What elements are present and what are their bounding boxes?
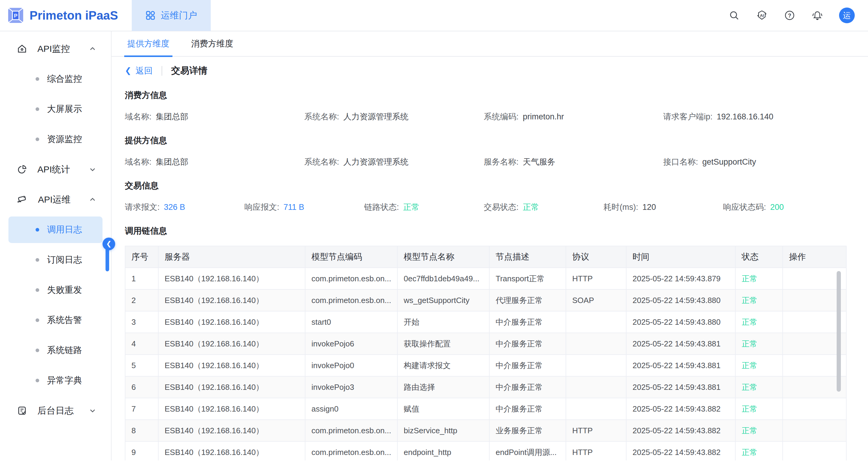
table-row: 8ESB140（192.168.16.140）com.primeton.esb.… <box>125 420 846 441</box>
col-index: 6 <box>125 376 158 398</box>
provider-info-fields: 域名称: 集团总部 系统名称: 人力资源管理系统 服务名称: 天气服务 接口名称… <box>125 156 843 167</box>
col-header-node-name: 模型节点名称 <box>397 246 489 268</box>
col-protocol <box>566 355 626 376</box>
pie-chart-icon <box>17 164 27 175</box>
col-node-name: 0ec7ffdb1deb49a49... <box>397 268 489 289</box>
col-time: 2025-05-22 14:59:43.882 <box>626 420 735 441</box>
col-protocol <box>566 311 626 333</box>
sidebar-item-call-log[interactable]: 调用日志 <box>8 216 102 243</box>
svg-text:?: ? <box>788 13 792 19</box>
search-icon[interactable] <box>728 9 740 22</box>
brand-name: Primeton iPaaS <box>30 9 118 22</box>
col-index: 4 <box>125 333 158 355</box>
dimension-tabs: 提供方维度 消费方维度 <box>112 31 868 57</box>
sidebar-item-label: 调用日志 <box>47 224 82 236</box>
sidebar-item-label: 大屏展示 <box>47 103 82 115</box>
ai-assistant-icon[interactable]: AI <box>756 9 768 22</box>
sidebar-item-system-link[interactable]: 系统链路 <box>0 335 111 365</box>
apps-grid-icon <box>146 10 155 20</box>
sidebar-scrollbar-thumb[interactable] <box>105 247 109 271</box>
help-icon[interactable]: ? <box>783 9 796 22</box>
col-status: 正常 <box>735 333 783 355</box>
col-action <box>783 420 846 441</box>
sidebar-item-system-alert[interactable]: 系统告警 <box>0 305 111 335</box>
monitor-camera-icon <box>17 194 28 205</box>
section-title-transaction-info: 交易信息 <box>125 180 843 191</box>
table-row: 1ESB140（192.168.16.140）com.primeton.esb.… <box>125 268 846 289</box>
response-message-link[interactable]: 711 B <box>283 203 304 212</box>
col-protocol: HTTP <box>566 441 626 460</box>
sidebar-group-api-ops[interactable]: API运维 <box>0 185 111 215</box>
col-index: 7 <box>125 398 158 420</box>
sidebar-group-backend-log[interactable]: 后台日志 <box>0 396 111 426</box>
chevron-up-icon <box>89 196 96 204</box>
field-system-code: 系统编码: primeton.hr <box>484 111 663 122</box>
field-domain-name: 域名称: 集团总部 <box>125 156 304 167</box>
col-protocol <box>566 333 626 355</box>
col-protocol <box>566 376 626 398</box>
table-row: 3ESB140（192.168.16.140）start0开始中介服务正常202… <box>125 311 846 333</box>
col-server: ESB140（192.168.16.140） <box>158 289 305 311</box>
sidebar-item-resource-monitor[interactable]: 资源监控 <box>0 124 111 154</box>
sidebar-group-label: API运维 <box>38 193 70 206</box>
document-check-icon <box>17 405 27 416</box>
portal-tab-label: 运维门户 <box>161 9 197 22</box>
col-node-code: com.primeton.esb.on... <box>305 420 397 441</box>
col-protocol: HTTP <box>566 268 626 289</box>
consumer-info-fields: 域名称: 集团总部 系统名称: 人力资源管理系统 系统编码: primeton.… <box>125 111 843 122</box>
sidebar-item-subscribe-log[interactable]: 订阅日志 <box>0 245 111 275</box>
col-action <box>783 441 846 460</box>
sidebar-item-exception-dict[interactable]: 异常字典 <box>0 365 111 396</box>
tab-provider-dimension[interactable]: 提供方维度 <box>127 31 169 56</box>
col-time: 2025-05-22 14:59:43.882 <box>626 398 735 420</box>
sidebar-item-bigscreen[interactable]: 大屏展示 <box>0 94 111 124</box>
portal-tab[interactable]: 运维门户 <box>132 0 211 31</box>
col-node-code: com.primeton.esb.on... <box>305 289 397 311</box>
bullet-dot-icon <box>36 77 39 81</box>
bullet-dot-icon <box>36 137 39 141</box>
col-server: ESB140（192.168.16.140） <box>158 398 305 420</box>
call-chain-table-wrap: 序号 服务器 模型节点编码 模型节点名称 节点描述 协议 时间 状态 操作 1E… <box>125 246 843 460</box>
notifications-bell-icon[interactable] <box>811 9 824 22</box>
table-row: 4ESB140（192.168.16.140）invokePojo6获取操作配置… <box>125 333 846 355</box>
col-header-action: 操作 <box>783 246 846 268</box>
col-node-name: 开始 <box>397 311 489 333</box>
request-message-link[interactable]: 326 B <box>164 203 185 212</box>
col-status: 正常 <box>735 355 783 376</box>
col-index: 1 <box>125 268 158 289</box>
table-scrollbar-thumb[interactable] <box>837 271 841 392</box>
col-server: ESB140（192.168.16.140） <box>158 376 305 398</box>
transaction-info-fields: 请求报文: 326 B 响应报文: 711 B 链路状态: 正常 交易状态: 正… <box>125 202 843 213</box>
sidebar-group-label: API统计 <box>37 163 70 176</box>
field-domain-name: 域名称: 集团总部 <box>125 111 304 122</box>
col-action <box>783 398 846 420</box>
bullet-dot-icon <box>36 107 39 111</box>
tab-consumer-dimension[interactable]: 消费方维度 <box>191 31 234 56</box>
table-header-row: 序号 服务器 模型节点编码 模型节点名称 节点描述 协议 时间 状态 操作 <box>125 246 846 268</box>
status-badge: 正常 <box>403 202 420 213</box>
col-time: 2025-05-22 14:59:43.880 <box>626 289 735 311</box>
sidebar-group-api-monitor[interactable]: API监控 <box>0 34 111 64</box>
home-icon <box>17 44 27 54</box>
sidebar-item-failure-resend[interactable]: 失败重发 <box>0 275 111 305</box>
col-header-time: 时间 <box>626 246 735 268</box>
back-button[interactable]: ❮ 返回 <box>125 65 153 76</box>
section-title-provider-info: 提供方信息 <box>125 135 843 146</box>
sidebar-group-api-stats[interactable]: API统计 <box>0 154 111 185</box>
chevron-down-icon <box>89 165 96 173</box>
col-status: 正常 <box>735 420 783 441</box>
col-node-code: com.primeton.esb.on... <box>305 268 397 289</box>
sidebar-item-composite-monitor[interactable]: 综合监控 <box>0 64 111 94</box>
sidebar-group-label: 后台日志 <box>37 405 73 417</box>
chevron-left-icon: ❮ <box>125 66 131 75</box>
breadcrumb: ❮ 返回 交易详情 <box>125 64 843 77</box>
col-header-index: 序号 <box>125 246 158 268</box>
sidebar-item-label: 订阅日志 <box>47 254 82 266</box>
col-node-name: endpoint_http <box>397 441 489 460</box>
user-avatar[interactable]: 运 <box>839 7 855 23</box>
col-protocol <box>566 398 626 420</box>
field-response-message: 响应报文: 711 B <box>245 202 364 213</box>
col-status: 正常 <box>735 398 783 420</box>
sidebar-collapse-button[interactable]: ❮ <box>102 238 115 250</box>
col-time: 2025-05-22 14:59:43.881 <box>626 355 735 376</box>
